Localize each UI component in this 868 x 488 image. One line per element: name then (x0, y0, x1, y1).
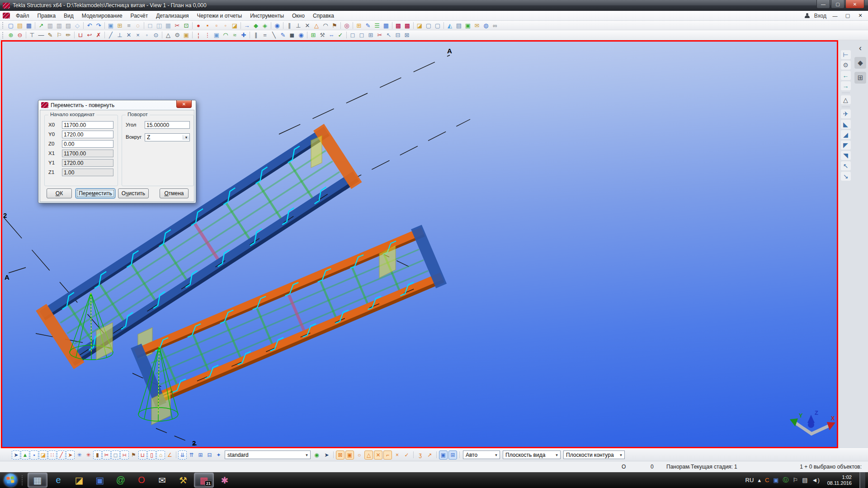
select-scissors-toggle[interactable]: ✂ (102, 450, 111, 460)
around-combobox[interactable]: Z ▾ (145, 133, 190, 141)
frame-minus-icon[interactable]: ⊟ (393, 31, 402, 39)
zoom-out-tool-icon[interactable]: ↘ (841, 172, 851, 181)
point-small-icon[interactable]: ◦ (221, 21, 230, 29)
end-plate-yellow-2[interactable] (311, 136, 322, 168)
reference-model-icon[interactable]: ◇ (73, 21, 82, 29)
snap-points-icon[interactable]: ⊠ (336, 450, 344, 460)
doc-icon[interactable]: ▢ (424, 21, 433, 29)
frame-grid-icon[interactable]: ⊞ (366, 31, 375, 39)
view-plane-combobox[interactable]: Плоскость вида ▾ (503, 450, 561, 459)
move-icon[interactable]: ⇔ (327, 31, 336, 39)
solid-icon[interactable]: ◼ (288, 31, 297, 39)
folder-docs-icon[interactable]: ◪ (415, 21, 424, 29)
prev-view-icon[interactable]: ← (841, 71, 851, 80)
tray-volume-icon[interactable]: ◄) (812, 477, 820, 483)
select-all-toggle[interactable]: ➤ (12, 450, 20, 460)
window-close-button[interactable]: ✕ (845, 0, 864, 9)
doc2-icon[interactable]: ▢ (433, 21, 442, 29)
taskbar-paint[interactable]: ✱ (215, 473, 235, 488)
components-panel-icon[interactable]: ⊞ (854, 72, 866, 84)
lasso-icon[interactable]: ◌ (133, 21, 142, 29)
tray-expand-icon[interactable]: ▴ (758, 477, 761, 483)
walk-mode-icon[interactable]: ◣ (841, 120, 851, 129)
frame-cut-icon[interactable]: ✂ (375, 31, 384, 39)
parallel2-icon[interactable]: ∥ (251, 31, 260, 39)
menu-view[interactable]: Вид (60, 11, 78, 21)
cross-icon[interactable]: ✕ (303, 21, 312, 29)
arrow-right-icon[interactable]: → (242, 21, 251, 29)
view-image-icon[interactable]: ▣ (212, 31, 221, 39)
grid-down-toggle[interactable]: ⊞ (196, 450, 205, 460)
steel-structure-2[interactable] (131, 225, 447, 425)
taskbar-calculator[interactable]: ▦ (28, 473, 47, 488)
filter-up-toggle[interactable]: ⇈ (187, 450, 196, 460)
copy-properties-icon[interactable]: ▥ (46, 21, 55, 29)
y1-input[interactable] (62, 159, 113, 167)
cube-green2-icon[interactable]: ◈ (260, 21, 269, 29)
taskbar-opera[interactable]: O (132, 473, 151, 488)
line-icon[interactable]: ╱ (106, 31, 115, 39)
chat-icon[interactable]: ◭ (445, 21, 454, 29)
bolt-icon[interactable]: ¦ (194, 31, 203, 39)
create-cube-icon[interactable]: ⊕ (6, 31, 15, 39)
taskbar-grip[interactable] (22, 475, 24, 485)
dialog-close-button[interactable]: ✕ (176, 100, 192, 108)
taskbar-mail-agent[interactable]: @ (111, 473, 131, 488)
ok-button[interactable]: ОК (47, 188, 72, 198)
arc-icon[interactable]: ◠ (321, 21, 330, 29)
point-orange-icon[interactable]: ▪ (203, 21, 212, 29)
level-icon[interactable]: ⊤ (28, 31, 37, 39)
select-u-toggle[interactable]: ⊔ (138, 450, 147, 460)
tray-save-icon[interactable]: ▣ (773, 477, 778, 483)
cube-green-icon[interactable]: ◆ (251, 21, 260, 29)
fly-mode-icon[interactable]: ✈ (841, 109, 851, 118)
model-cube-icon[interactable]: ◆ (854, 57, 866, 69)
view-settings-icon[interactable]: ⚙ (841, 61, 851, 70)
selection-filter-combobox[interactable]: standard ▾ (225, 450, 311, 459)
menu-edit[interactable]: Правка (33, 11, 60, 21)
point-box-icon[interactable]: ▫ (212, 21, 221, 29)
gears-icon[interactable]: ⚙ (173, 31, 182, 39)
add-folder-icon[interactable]: ◪ (230, 21, 239, 29)
window-split-icon[interactable]: ◫ (155, 21, 164, 29)
y0-input[interactable] (62, 131, 113, 138)
perp2-icon[interactable]: ⊥ (115, 31, 124, 39)
contour-planes-combobox[interactable]: Плоскости контура ▾ (563, 450, 625, 459)
select-box-toggle[interactable]: ▯ (147, 450, 156, 460)
paste-properties-icon[interactable]: ▥ (55, 21, 64, 29)
menu-tools[interactable]: Инструменты (246, 11, 288, 21)
tray-network-icon[interactable]: ▤ (802, 477, 807, 483)
remove-cube-icon[interactable]: ⊖ (15, 31, 24, 39)
diag-icon[interactable]: ╲ (269, 31, 278, 39)
menu-detailing[interactable]: Детализация (152, 11, 193, 21)
eye-icon[interactable]: ◉ (297, 31, 306, 39)
pan-tool-icon[interactable]: ◢ (841, 130, 851, 139)
redo-icon[interactable]: ↷ (94, 21, 103, 29)
x1-input[interactable] (62, 150, 113, 157)
hammer-icon[interactable]: ⚒ (318, 31, 327, 39)
taskbar-keys-tool[interactable]: ⚒ (173, 473, 193, 488)
taskbar-explorer[interactable]: ◪ (69, 473, 89, 488)
snap-endpoint-icon[interactable]: △ (364, 450, 373, 460)
beam-icon[interactable]: — (37, 31, 46, 39)
toolbar-grip[interactable] (2, 32, 5, 38)
profile-u-icon[interactable]: ⊔ (76, 31, 85, 39)
copy-icon[interactable]: ▣ (106, 21, 115, 29)
dialog-titlebar[interactable]: Переместить - повернуть (40, 100, 194, 110)
zoom-pin-icon[interactable]: ◎ (342, 21, 351, 29)
select-protractor-toggle[interactable]: ∠ (165, 450, 174, 460)
bolts-icon[interactable]: ⋮ (203, 31, 212, 39)
filter-down-toggle[interactable]: ⇊ (178, 450, 187, 460)
equal-icon[interactable]: = (260, 31, 269, 39)
tray-comodo-icon[interactable]: C (765, 477, 769, 483)
flag2-icon[interactable]: ⚐ (55, 31, 64, 39)
menu-window[interactable]: Окно (288, 11, 309, 21)
taskbar-internet-explorer[interactable]: e (48, 473, 68, 488)
taskbar-save-tool[interactable]: ▣ (90, 473, 110, 488)
grid-blue-icon[interactable]: ▦ (382, 21, 391, 29)
report-icon[interactable]: ▤ (454, 21, 463, 29)
clear-button[interactable]: Очистить (118, 188, 149, 198)
hook-icon[interactable]: ↩ (85, 31, 94, 39)
snap-direction-icon[interactable]: ↗ (425, 450, 434, 460)
new-model-icon[interactable]: ▢ (6, 21, 15, 29)
